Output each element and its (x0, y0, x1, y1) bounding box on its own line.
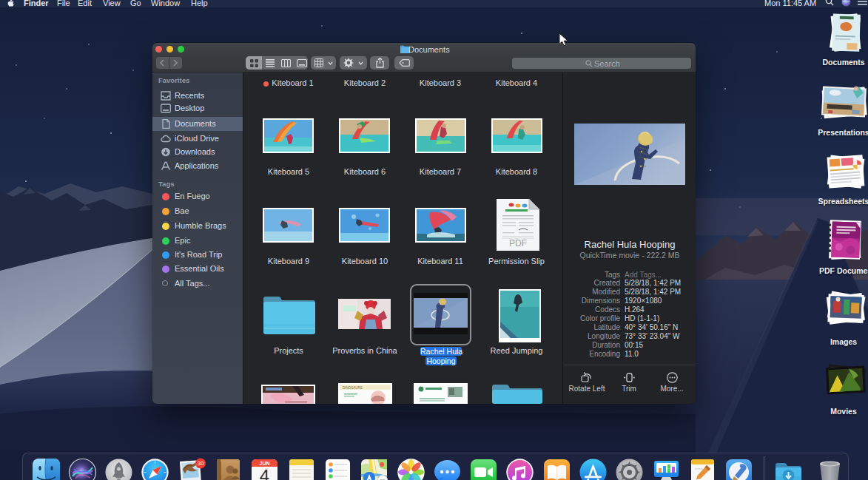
svg-text:30: 30 (197, 460, 203, 467)
svg-text:PDF: PDF (509, 238, 527, 249)
svg-text:DINOSAURS: DINOSAURS (343, 386, 363, 390)
svg-text:JUN: JUN (260, 461, 270, 466)
svg-text:4: 4 (260, 466, 269, 480)
